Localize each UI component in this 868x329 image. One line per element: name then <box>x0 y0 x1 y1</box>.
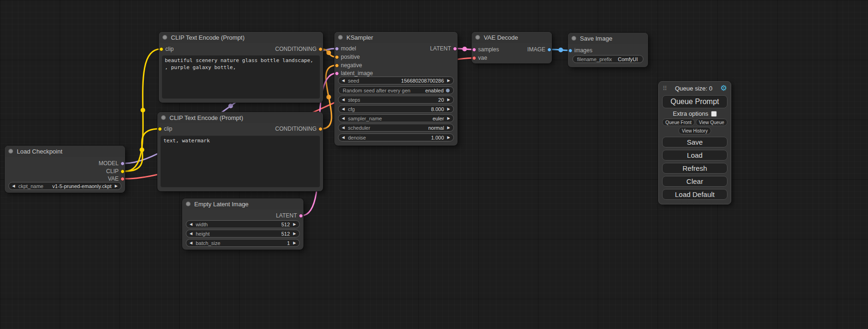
link-dot-negative <box>326 95 331 99</box>
collapse-toggle-icon[interactable] <box>8 149 13 154</box>
stepper-right-icon[interactable]: ▶ <box>293 223 296 226</box>
refresh-button[interactable]: Refresh <box>662 163 727 174</box>
widget-label: filename_prefix <box>577 56 612 62</box>
stepper-right-icon[interactable]: ▶ <box>447 117 450 120</box>
node-title-bar[interactable]: VAE Decode <box>472 32 552 43</box>
prompt-textarea[interactable]: beautiful scenery nature glass bottle la… <box>162 55 320 99</box>
widget-seed[interactable]: ◀ seed 156680208700286 ▶ <box>338 77 454 84</box>
extra-options-checkbox[interactable] <box>711 111 717 117</box>
input-port-positive[interactable] <box>335 55 339 59</box>
node-title-bar[interactable]: Empty Latent Image <box>182 198 303 210</box>
output-port-model[interactable] <box>120 161 125 166</box>
widget-batch-size[interactable]: ◀ batch_size 1 ▶ <box>186 239 300 247</box>
node-title-bar[interactable]: Load Checkpoint <box>5 146 125 157</box>
collapse-toggle-icon[interactable] <box>338 35 343 40</box>
stepper-right-icon[interactable]: ▶ <box>447 79 450 83</box>
view-queue-button[interactable]: View Queue <box>696 119 727 126</box>
collapse-toggle-icon[interactable] <box>162 35 167 40</box>
widget-label: cfg <box>348 106 355 112</box>
output-port-conditioning[interactable] <box>318 47 323 51</box>
toggle-dot-icon[interactable] <box>445 88 450 93</box>
stepper-right-icon[interactable]: ▶ <box>447 107 450 111</box>
node-save-image[interactable]: Save Image images filename_prefix ComfyU… <box>568 33 648 67</box>
input-port-samples[interactable] <box>472 48 476 52</box>
widget-ckpt-name[interactable]: ◀ ckpt_name v1-5-pruned-emaonly.ckpt ▶ <box>8 182 121 190</box>
output-port-latent[interactable] <box>453 47 457 51</box>
widget-random-seed-toggle[interactable]: Random seed after every gen enabled <box>338 86 454 94</box>
save-button[interactable]: Save <box>662 137 727 147</box>
load-button[interactable]: Load <box>662 150 727 161</box>
stepper-left-icon[interactable]: ◀ <box>190 223 192 226</box>
widget-sampler-name[interactable]: ◀ sampler_name euler ▶ <box>338 114 454 122</box>
widget-label: steps <box>348 97 360 103</box>
widget-height[interactable]: ◀ height 512 ▶ <box>186 230 300 238</box>
node-title-bar[interactable]: Save Image <box>568 33 648 44</box>
output-port-vae[interactable] <box>120 177 125 181</box>
input-port-negative[interactable] <box>335 63 339 68</box>
collapse-toggle-icon[interactable] <box>475 35 480 40</box>
node-clip-text-encode-negative[interactable]: CLIP Text Encode (Prompt) clip CONDITION… <box>157 112 323 191</box>
stepper-left-icon[interactable]: ◀ <box>342 117 345 120</box>
collapse-toggle-icon[interactable] <box>572 36 576 41</box>
widget-label: seed <box>348 78 359 84</box>
prompt-textarea[interactable]: text, watermark <box>160 135 320 188</box>
output-label-model: MODEL <box>99 160 119 167</box>
stepper-left-icon[interactable]: ◀ <box>342 98 345 102</box>
stepper-left-icon[interactable]: ◀ <box>342 126 345 130</box>
widget-filename-prefix[interactable]: filename_prefix ComfyUI <box>572 55 643 63</box>
stepper-left-icon[interactable]: ◀ <box>342 79 345 83</box>
node-title-bar[interactable]: CLIP Text Encode (Prompt) <box>159 32 323 43</box>
node-load-checkpoint[interactable]: Load Checkpoint MODEL CLIP VAE ◀ ckpt_na… <box>5 146 125 193</box>
stepper-left-icon[interactable]: ◀ <box>190 241 192 245</box>
node-title: CLIP Text Encode (Prompt) <box>171 34 245 41</box>
node-title: VAE Decode <box>484 34 518 41</box>
node-vae-decode[interactable]: VAE Decode samples vae IMAGE <box>472 32 552 63</box>
input-port-clip[interactable] <box>158 127 162 131</box>
stepper-left-icon[interactable]: ◀ <box>12 184 15 188</box>
queue-front-button[interactable]: Queue Front <box>662 119 695 126</box>
collapse-toggle-icon[interactable] <box>161 115 166 120</box>
widget-label: ckpt_name <box>18 183 43 189</box>
stepper-right-icon[interactable]: ▶ <box>447 136 450 140</box>
input-port-latent-image[interactable] <box>335 71 339 76</box>
node-ksampler[interactable]: KSampler model positive negative latent_… <box>334 32 458 146</box>
collapse-toggle-icon[interactable] <box>186 202 191 206</box>
view-history-button[interactable]: View History <box>678 127 711 134</box>
stepper-right-icon[interactable]: ▶ <box>293 232 296 236</box>
node-empty-latent-image[interactable]: Empty Latent Image LATENT ◀ width 512 ▶ … <box>182 198 303 250</box>
input-port-images[interactable] <box>568 49 572 53</box>
stepper-right-icon[interactable]: ▶ <box>447 126 450 130</box>
link-dot-model <box>228 104 233 108</box>
stepper-right-icon[interactable]: ▶ <box>293 241 296 245</box>
widget-width[interactable]: ◀ width 512 ▶ <box>186 220 300 228</box>
widget-cfg[interactable]: ◀ cfg 8.000 ▶ <box>338 105 454 113</box>
node-clip-text-encode-positive[interactable]: CLIP Text Encode (Prompt) clip CONDITION… <box>159 32 323 103</box>
load-default-button[interactable]: Load Default <box>662 189 727 200</box>
link-dot-image <box>558 48 563 52</box>
widget-value: 1 <box>287 240 290 246</box>
stepper-right-icon[interactable]: ▶ <box>447 98 450 102</box>
output-label-latent: LATENT <box>276 212 297 219</box>
queue-prompt-button[interactable]: Queue Prompt <box>662 95 727 108</box>
input-port-vae[interactable] <box>472 56 476 60</box>
settings-gear-icon[interactable]: ⚙ <box>720 84 727 92</box>
output-port-image[interactable] <box>547 48 551 52</box>
output-port-conditioning[interactable] <box>318 127 323 131</box>
link-dot-samples <box>462 47 467 51</box>
node-title-bar[interactable]: CLIP Text Encode (Prompt) <box>157 112 323 123</box>
output-port-latent[interactable] <box>299 214 303 218</box>
stepper-left-icon[interactable]: ◀ <box>190 232 192 236</box>
clear-button[interactable]: Clear <box>662 176 727 187</box>
widget-scheduler[interactable]: ◀ scheduler normal ▶ <box>338 124 454 132</box>
widget-denoise[interactable]: ◀ denoise 1.000 ▶ <box>338 133 454 141</box>
output-port-clip[interactable] <box>120 169 125 174</box>
widget-steps[interactable]: ◀ steps 20 ▶ <box>338 96 454 104</box>
node-title-bar[interactable]: KSampler <box>334 32 458 43</box>
drag-handle-icon[interactable]: ⠿ <box>663 85 667 92</box>
input-port-model[interactable] <box>335 47 339 51</box>
stepper-left-icon[interactable]: ◀ <box>342 107 345 111</box>
stepper-right-icon[interactable]: ▶ <box>115 184 118 188</box>
link-dot-clip-1 <box>141 108 145 112</box>
input-port-clip[interactable] <box>159 47 163 51</box>
stepper-left-icon[interactable]: ◀ <box>342 136 345 140</box>
